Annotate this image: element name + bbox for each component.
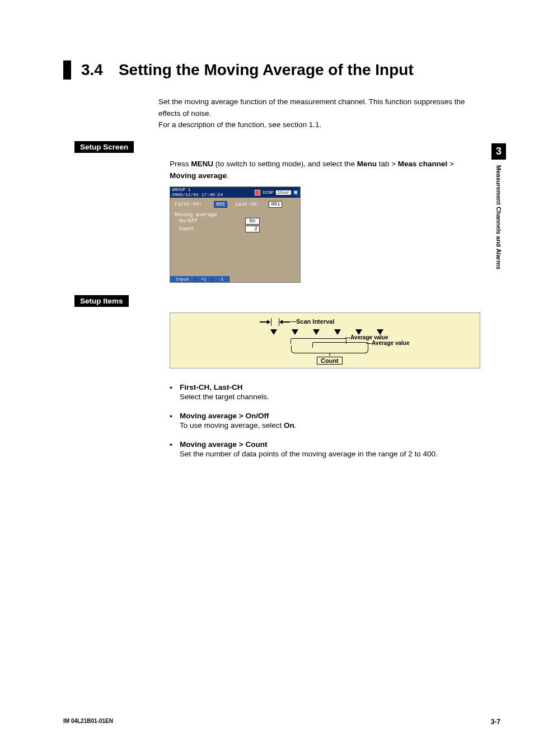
ss-firstch-label: First-CH: — [175, 202, 214, 207]
screenshot-header: GROUP 1 2008/12/01 17:46:24 ▯ DISP 1hour… — [170, 187, 300, 198]
ss-btn-input: Input — [170, 276, 195, 282]
ss-firstch-val: 001 — [214, 201, 227, 208]
diagram-avg2: Average value — [372, 340, 409, 346]
ss-datetime: 2008/12/01 17:46:24 — [172, 193, 252, 197]
item-desc-1: To use moving average, select On. — [180, 420, 481, 431]
setup-screen-label: Setup Screen — [74, 141, 134, 153]
item-desc-2: Set the number of data points of the mov… — [180, 449, 481, 460]
footer-page-number: 3-7 — [491, 718, 500, 726]
diagram-count: Count — [317, 357, 343, 365]
diagram-scan-interval: Scan Interval — [296, 318, 334, 325]
ss-btn-plus: +1 — [195, 276, 213, 282]
ss-disp: DISP — [263, 190, 273, 195]
item-title-2: Moving average > Count — [180, 440, 267, 449]
setup-screen-instruction: Press MENU (to switch to setting mode), … — [170, 158, 481, 182]
intro-text: Set the moving average function of the m… — [158, 96, 481, 132]
item-first-last-ch: • First-CH, Last-CH Select the target ch… — [170, 383, 481, 403]
footer-doc-id: IM 04L21B01-01EN — [63, 718, 113, 726]
side-chapter-title: Measurement Channels and Alarms — [495, 165, 502, 269]
ss-onoff-label: On/Off — [179, 218, 245, 224]
intro-line1: Set the moving average function of the m… — [158, 96, 481, 120]
ss-count-label: Count — [179, 226, 245, 232]
item-moving-avg-onoff: • Moving average > On/Off To use moving … — [170, 412, 481, 431]
side-chapter-number: 3 — [491, 143, 506, 160]
ss-rec-icon: ◙ — [293, 190, 298, 195]
section-number: 3.4 — [81, 60, 103, 80]
page-footer: IM 04L21B01-01EN 3-7 — [63, 718, 500, 726]
section-heading: 3.4 Setting the Moving Average of the In… — [63, 60, 481, 80]
screenshot-footer: Input +1 -1 — [170, 276, 300, 282]
setup-items-list: • First-CH, Last-CH Select the target ch… — [170, 383, 481, 460]
item-desc-0: Select the target channels. — [180, 391, 481, 403]
item-title-0: First-CH, Last-CH — [180, 383, 243, 391]
ss-count-val: 2 — [245, 226, 260, 232]
ss-lastch-label: Last-CH: — [235, 202, 269, 207]
item-moving-avg-count: • Moving average > Count Set the number … — [170, 440, 481, 460]
ss-lastch-val: 001 — [269, 201, 282, 208]
ss-duration: 1hour — [276, 190, 291, 195]
device-screenshot: GROUP 1 2008/12/01 17:46:24 ▯ DISP 1hour… — [170, 186, 301, 283]
setup-items-label: Setup Items — [74, 295, 129, 307]
heading-bar — [63, 60, 71, 80]
ss-onoff-val: On — [245, 218, 260, 225]
item-title-1: Moving average > On/Off — [180, 412, 269, 420]
section-title: Setting the Moving Average of the Input — [119, 60, 414, 80]
ss-ma-heading: Moving average — [175, 212, 296, 218]
intro-line2: For a description of the function, see s… — [158, 119, 481, 131]
ss-btn-minus: -1 — [213, 276, 230, 282]
side-tab: 3 Measurement Channels and Alarms — [491, 143, 506, 269]
timing-diagram: Scan Interval Average value Average valu… — [170, 312, 480, 368]
ss-badge: ▯ — [255, 190, 260, 195]
